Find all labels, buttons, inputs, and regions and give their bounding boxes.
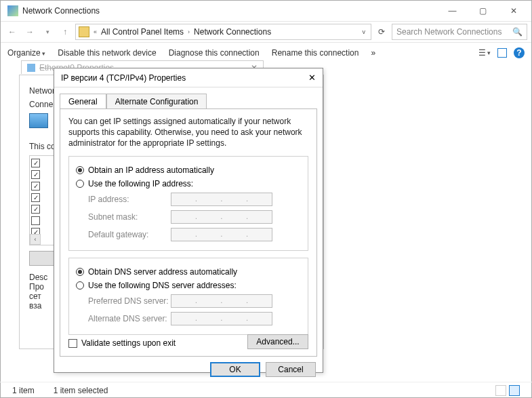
controlpanel-icon [79, 26, 89, 37]
more-commands[interactable] [371, 48, 375, 58]
search-icon[interactable]: 🔍 [512, 27, 523, 37]
radio-ip-manual[interactable] [76, 180, 84, 188]
search-placeholder: Search Network Connections [396, 27, 502, 37]
crumb-chevron-icon[interactable]: « [94, 28, 97, 35]
minimize-button[interactable] [437, 1, 468, 20]
address-dropdown[interactable]: v [360, 28, 369, 35]
default-gateway-input: ... [171, 228, 272, 241]
tab-general[interactable]: General [60, 94, 106, 109]
help-icon[interactable]: ? [514, 47, 525, 58]
alternate-dns-input: ... [171, 312, 272, 325]
forward-button[interactable] [22, 24, 37, 39]
tab-panel-general: You can get IP settings assigned automat… [60, 108, 317, 357]
ip-address-group: Obtain an IP address automatically Use t… [68, 156, 308, 251]
radio-dns-manual[interactable] [76, 281, 84, 290]
ip-address-label: IP address: [76, 195, 171, 204]
view-large-icons-icon[interactable] [509, 385, 520, 396]
dns-group: Obtain DNS server address automatically … [68, 258, 308, 335]
close-icon[interactable]: ✕ [308, 73, 316, 83]
history-dropdown[interactable] [40, 24, 55, 39]
tab-alternate-config[interactable]: Alternate Configuration [106, 94, 207, 109]
checkbox[interactable]: ✓ [31, 159, 40, 167]
default-gateway-label: Default gateway: [76, 230, 171, 239]
adapter-icon [29, 113, 48, 128]
radio-ip-manual-label: Use the following IP address: [88, 179, 193, 188]
nav-row: « All Control Panel Items › Network Conn… [1, 21, 531, 43]
radio-dns-auto-label: Obtain DNS server address automatically [88, 267, 237, 277]
cancel-button[interactable]: Cancel [266, 362, 316, 377]
preview-pane-toggle[interactable] [497, 48, 507, 58]
breadcrumb-item[interactable]: Network Connections [194, 27, 271, 37]
ok-button[interactable]: OK [210, 362, 260, 377]
subnet-mask-label: Subnet mask: [76, 212, 171, 222]
checkbox[interactable] [31, 216, 40, 225]
ip-address-input: ... [171, 193, 272, 206]
subnet-mask-input: ... [171, 210, 272, 224]
radio-dns-auto[interactable] [76, 268, 84, 276]
disable-device-button[interactable]: Disable this network device [58, 48, 156, 58]
diagnose-button[interactable]: Diagnose this connection [169, 48, 260, 58]
preferred-dns-input: ... [171, 294, 272, 308]
status-item-count: 1 item [12, 386, 35, 395]
status-bar: 1 item 1 item selected [0, 382, 532, 398]
main-window: Network Connections « All Control Panel … [0, 0, 532, 398]
status-selected-count: 1 item selected [54, 386, 108, 395]
back-button[interactable] [5, 24, 20, 39]
network-app-icon [7, 5, 18, 16]
search-box[interactable]: Search Network Connections 🔍 [392, 24, 527, 40]
window-title: Network Connections [22, 6, 437, 16]
crumb-chevron-icon[interactable]: › [188, 28, 190, 35]
dialog-title: IP версии 4 (TCP/IPv4) Properties [61, 73, 186, 83]
organize-menu[interactable]: Organize [7, 48, 45, 58]
maximize-button[interactable] [468, 1, 498, 20]
up-button[interactable] [58, 24, 73, 39]
rename-button[interactable]: Rename this connection [272, 48, 359, 58]
titlebar: Network Connections [1, 1, 531, 21]
validate-label: Validate settings upon exit [81, 338, 176, 348]
close-button[interactable] [498, 1, 529, 20]
checkbox[interactable]: ✓ [31, 205, 40, 214]
address-bar[interactable]: « All Control Panel Items › Network Conn… [75, 24, 371, 40]
radio-dns-manual-label: Use the following DNS server addresses: [88, 281, 237, 290]
radio-ip-auto-label: Obtain an IP address automatically [88, 165, 214, 175]
breadcrumb-item[interactable]: All Control Panel Items [101, 27, 184, 37]
checkbox[interactable]: ✓ [31, 193, 40, 202]
advanced-button[interactable]: Advanced... [247, 334, 308, 349]
view-options[interactable]: ☰▾ [478, 48, 491, 58]
alternate-dns-label: Alternate DNS server: [76, 314, 171, 323]
checkbox[interactable]: ✓ [31, 182, 40, 191]
view-details-icon[interactable] [495, 385, 506, 396]
info-text: You can get IP settings assigned automat… [68, 116, 308, 149]
dialog-titlebar: IP версии 4 (TCP/IPv4) Properties ✕ [54, 68, 323, 87]
checkbox[interactable]: ✓ [31, 170, 40, 179]
refresh-button[interactable] [374, 27, 389, 37]
radio-ip-auto[interactable] [76, 166, 84, 174]
ipv4-properties-dialog: IP версии 4 (TCP/IPv4) Properties ✕ Gene… [54, 68, 323, 373]
ethernet-icon [27, 64, 35, 72]
preferred-dns-label: Preferred DNS server: [76, 296, 171, 306]
scroll-left-button[interactable]: ‹ [30, 234, 41, 245]
validate-checkbox[interactable] [68, 339, 77, 348]
